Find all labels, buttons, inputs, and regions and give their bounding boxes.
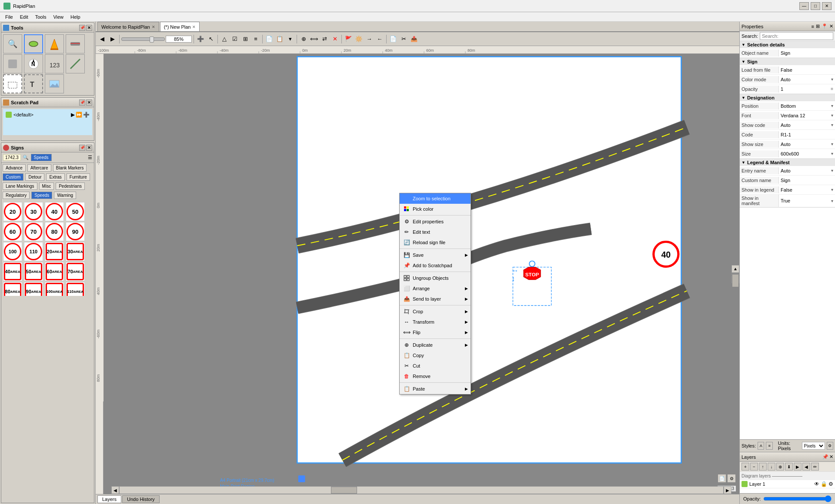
minimize-button[interactable]: —	[799, 2, 809, 10]
tool-north[interactable]: N	[24, 54, 43, 73]
opacity-dropdown[interactable]: ≡	[831, 86, 833, 91]
dash-button[interactable]: ≡	[251, 34, 261, 44]
entry-name-dropdown[interactable]: ▾	[831, 168, 833, 173]
paste-button[interactable]: 📋	[275, 34, 284, 44]
show-size-dropdown[interactable]: ▾	[831, 142, 833, 146]
ctx-add-scratch[interactable]: 📌 Add to Scratchpad	[400, 260, 471, 271]
tool-road[interactable]	[3, 54, 22, 73]
props-btn2[interactable]: ⊞	[816, 23, 820, 29]
back-button[interactable]: ←	[375, 34, 384, 44]
nav-back-button[interactable]: ◀	[97, 34, 107, 44]
props-legend-header[interactable]: ▼ Legend & Manifest	[740, 159, 835, 166]
cat-detour[interactable]: Detour	[25, 173, 44, 181]
sign-80-area[interactable]: 80AREA	[3, 282, 22, 296]
color-mode-dropdown[interactable]: ▾	[831, 77, 833, 82]
ctx-crop[interactable]: Crop ▶	[400, 306, 471, 317]
units-dropdown[interactable]: Pixels Meters	[802, 442, 825, 450]
sign-40-area[interactable]: 40AREA	[3, 262, 22, 281]
sign-20-area[interactable]: 20AREA	[45, 242, 64, 261]
sign-110[interactable]: 110	[24, 242, 43, 261]
props-close[interactable]: ✕	[829, 23, 833, 29]
scroll-up[interactable]: ▲	[731, 265, 739, 273]
ctx-arrange[interactable]: ⬜ Arrange ▶	[400, 283, 471, 294]
tools-pin-button[interactable]: 📌	[79, 25, 85, 31]
sign-90[interactable]: 90	[66, 222, 85, 241]
canvas-action1[interactable]: 📄	[718, 474, 726, 483]
cat-custom[interactable]: Custom	[3, 173, 23, 181]
tool-text[interactable]: T	[24, 74, 43, 93]
tab-welcome-close[interactable]: ✕	[152, 25, 155, 29]
cat-advance[interactable]: Advance	[3, 164, 26, 172]
cat-regulatory[interactable]: Regulatory	[3, 192, 30, 199]
ctx-edit-text[interactable]: ✏ Edit text	[400, 227, 471, 237]
cat-furniture[interactable]: Furniture	[67, 173, 90, 181]
tool-line[interactable]	[66, 54, 85, 73]
canvas-action2[interactable]: ⚙	[727, 474, 736, 483]
print-region-size[interactable]: A4 Portrait (21cm x 29.7cm)	[220, 478, 274, 483]
show-manifest-dropdown[interactable]: ▾	[831, 199, 833, 203]
scratch-close[interactable]: ✕	[86, 99, 92, 106]
ctx-transform[interactable]: ↔ Transform ▶	[400, 317, 471, 327]
tab-undo-history[interactable]: Undo History	[122, 495, 160, 503]
ctx-remove[interactable]: 🗑 Remove	[400, 371, 471, 381]
flip-button[interactable]: ⇄	[320, 34, 329, 44]
ctx-flip[interactable]: ⟺ Flip ▶	[400, 327, 471, 338]
layer-more2[interactable]: ◀	[802, 463, 810, 471]
styles-btn2[interactable]: ≡	[766, 442, 772, 450]
flag-button[interactable]: 🚩	[344, 34, 353, 44]
sign-60-area[interactable]: 60AREA	[45, 262, 64, 281]
props-selection-header[interactable]: ▼ Selection details	[740, 41, 835, 48]
export-button[interactable]: 📤	[409, 34, 419, 44]
layer-settings[interactable]: ⚙	[828, 481, 833, 487]
align-button[interactable]: ⟺	[309, 34, 319, 44]
tab-newplan[interactable]: (*) New Plan ✕	[160, 22, 200, 31]
delete-button[interactable]: ✕	[330, 34, 340, 44]
tool-cone[interactable]	[45, 34, 64, 53]
tab-layers[interactable]: Layers	[97, 495, 121, 503]
sign-70-area[interactable]: 70AREA	[66, 262, 85, 281]
tab-newplan-close[interactable]: ✕	[192, 25, 196, 29]
maximize-button[interactable]: □	[811, 2, 820, 10]
sign-90-area[interactable]: 90AREA	[24, 282, 43, 296]
tool-select[interactable]: 🔍	[3, 34, 22, 53]
layer-more1[interactable]: ▶	[794, 463, 802, 471]
ctx-send-layer[interactable]: 📤 Send to layer ▶	[400, 294, 471, 304]
ctx-edit-props[interactable]: ⚙ Edit properties	[400, 216, 471, 227]
scroll-left[interactable]: ◀	[111, 486, 119, 494]
position-dropdown[interactable]: ▾	[831, 103, 833, 108]
ctx-zoom-selection[interactable]: Zoom to selection	[400, 193, 471, 204]
zoom-value[interactable]: 85%	[166, 36, 192, 43]
tools-close-button[interactable]: ✕	[86, 25, 92, 31]
layer-dup[interactable]: ⊕	[776, 463, 784, 471]
tool-rect[interactable]	[3, 74, 22, 93]
signs-pin[interactable]: 📌	[79, 145, 85, 151]
props-extra-btn[interactable]: ⚙	[827, 442, 833, 450]
menu-help[interactable]: Help	[67, 13, 84, 20]
layer-up[interactable]: ↑	[759, 463, 767, 471]
sign-60[interactable]: 60	[3, 222, 22, 241]
opacity-slider[interactable]	[763, 495, 832, 502]
layers-pin[interactable]: 📌	[822, 454, 828, 460]
scroll-track-v[interactable]	[731, 274, 739, 275]
layer-item-1[interactable]: Layer 1 👁 🔒 ⚙	[740, 480, 835, 488]
checkbox-button[interactable]: ☑	[230, 34, 240, 44]
cut-toolbar-button[interactable]: ✂	[399, 34, 408, 44]
cat-misc[interactable]: Misc	[39, 182, 54, 190]
layer-down[interactable]: ↓	[768, 463, 775, 471]
grid-button[interactable]: ⊞	[240, 34, 250, 44]
signs-close[interactable]: ✕	[86, 145, 92, 151]
ctx-pick-color[interactable]: Pick color	[400, 204, 471, 214]
cat-blank[interactable]: Blank Markers	[53, 164, 87, 172]
tool-image[interactable]	[45, 74, 64, 93]
sign-100[interactable]: 100	[3, 242, 22, 261]
sign-70[interactable]: 70	[24, 222, 43, 241]
search-input[interactable]	[760, 32, 833, 40]
sign-100-area[interactable]: 100AREA	[45, 282, 64, 296]
nav-fwd-button[interactable]: ▶	[108, 34, 117, 44]
signs-active-category[interactable]: Speeds	[31, 154, 52, 161]
signs-menu-icon[interactable]: ☰	[88, 155, 92, 160]
ctx-copy[interactable]: 📋 Copy	[400, 350, 471, 361]
sign-50[interactable]: 50	[66, 202, 85, 221]
cat-pedestrians[interactable]: Pedestrians	[56, 182, 85, 190]
layer-del[interactable]: −	[750, 463, 758, 471]
